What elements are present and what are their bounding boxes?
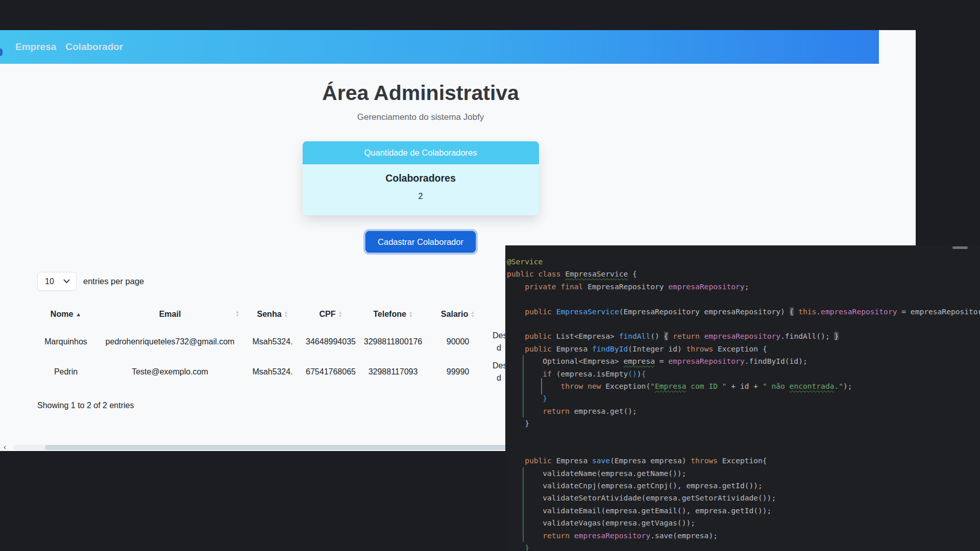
cell-senha: Msah5324. [246,327,300,357]
page-title: Área Administrativa [0,80,841,106]
brand-logo[interactable] [0,48,3,56]
column-label: Email [159,310,181,318]
stats-card-header: Quantidade de Colaboradores [303,141,539,164]
chevron-down-icon [63,279,70,284]
sort-icon: ▲▼ [235,310,239,317]
cell-email: Teste@exemplo.com [94,357,246,387]
cell-telefone: 32988117093 [362,357,424,387]
cell-email: pedrohenriqueteles732@gmail.com [94,327,246,357]
entries-per-page-label: entries per page [83,277,144,286]
collaborators-count: 2 [303,192,539,201]
code-editor-window: @Servicepublic class EmpresaService { pr… [505,245,980,551]
sort-icon: ▲▼ [471,311,475,318]
cell-telefone: 3298811800176 [362,327,424,357]
nav-link-empresa[interactable]: Empresa [15,41,56,53]
top-navbar: Empresa Colaborador [0,30,879,64]
column-label: Senha [257,310,282,319]
column-header-nome[interactable]: Nome▲ [37,302,94,327]
nav-link-colaborador[interactable]: Colaborador [65,41,123,53]
column-header-senha[interactable]: Senha▲▼ [246,302,300,327]
entries-per-page-select[interactable]: 10 [37,272,77,291]
cell-nome: Pedrin [37,357,94,387]
column-header-cpf[interactable]: CPF▲▼ [300,302,362,327]
stats-card-title: Colaboradores [303,172,539,184]
editor-scrollbar-thumb[interactable] [952,246,968,249]
column-label: Telefone [373,310,406,319]
sort-icon: ▲▼ [284,311,288,318]
stats-card-body: Colaboradores 2 [303,164,539,215]
column-label: Nome [51,310,73,319]
column-header-email[interactable]: Email ▲▼ [94,302,246,327]
cell-salario: 99990 [424,357,492,387]
sort-ascending-icon: ▲ [76,312,81,317]
cell-salario: 90000 [424,327,492,357]
column-header-telefone[interactable]: Telefone▲▼ [362,302,424,327]
sort-icon: ▲▼ [409,311,413,318]
cell-cpf: 67541768065 [300,357,362,387]
column-header-salario[interactable]: Salario▲▼ [424,302,492,327]
register-collaborator-button[interactable]: Cadastrar Colaborador [365,231,476,253]
java-source-code[interactable]: @Servicepublic class EmpresaService { pr… [507,256,980,551]
cell-cpf: 34648994035 [300,327,362,357]
collaborators-stats-card: Quantidade de Colaboradores Colaboradore… [303,141,539,215]
entries-per-page-value: 10 [45,277,54,286]
cell-nome: Marquinhos [37,327,94,357]
column-label: Salario [441,310,468,319]
sort-icon: ▲▼ [338,311,342,318]
page-subtitle: Gerenciamento do sistema Jobfy [0,112,841,123]
column-label: CPF [320,310,336,319]
cell-senha: Msah5324. [246,357,300,387]
scroll-left-icon[interactable]: ‹ [4,442,6,451]
